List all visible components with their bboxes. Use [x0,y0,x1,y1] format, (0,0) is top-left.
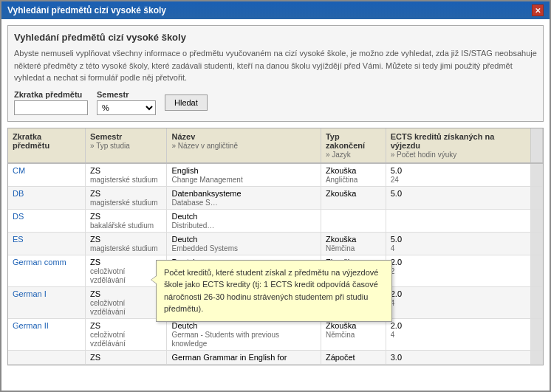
col-header-zkratka: Zkratka předmětu [8,128,85,163]
cell-zkratka[interactable]: German comm [8,255,85,286]
zkratka-link[interactable]: DS [13,212,24,221]
cell-ects: 5.04 [386,232,530,255]
cell-semestr: ZSbakalářské studium [85,209,167,232]
cell-nazev: DeutchEmbedded Systems [167,232,321,255]
scrollbar-cell [531,255,543,286]
cell-typ-zakonceni: ZkouškaAngličtina [321,163,386,187]
ects-value: 5.0 [391,189,402,198]
ects-value: 5.0 [391,235,402,244]
semestr-value: ZS [90,189,100,198]
jazyk-value: Angličtina [326,176,357,184]
window-title: Vyhledání předmětů cizí vysoké školy [7,5,166,16]
semestr-value: ZS [90,289,100,298]
ects-tooltip: Počet kreditů, které student získal z př… [156,260,392,322]
search-panel: Vyhledání předmětů cizí vysoké školy Aby… [7,25,544,122]
semestr-value: ZS [90,212,100,221]
scrollbar-cell [531,209,543,232]
typ-studia: magisterské studium [90,199,158,207]
scrollbar-header [531,128,543,163]
hodiny-value: 4 [391,244,395,252]
typ-studia: celoživotní vzdělávání [90,331,126,348]
ects-value: 5.0 [391,166,402,175]
cell-zkratka [8,350,85,364]
table-row: ZSGerman Grammar in English forZápočet3.… [8,350,543,364]
zkratka-link[interactable]: German I [13,289,47,298]
close-button[interactable]: ✕ [532,4,544,16]
ects-value: 3.0 [391,353,402,362]
semester-select[interactable]: % ZS LS [97,100,156,115]
typ-studia: magisterské studium [90,244,158,252]
cell-ects: 5.024 [386,163,530,187]
ects-value: 2.0 [391,321,402,330]
semestr-value: ZS [90,235,100,244]
zkratka-group: Zkratka předmětu [14,90,88,115]
typ-studia: celoživotní vzdělávání [90,267,126,284]
cell-typ-zakonceni: Zkouška [321,186,386,209]
cell-typ-zakonceni [321,209,386,232]
nazev-value: Deutch [171,235,197,244]
panel-description: Abyste nemuseli vyplňovat všechny inform… [14,47,537,84]
typ-zakonceni-value: Zkouška [326,166,357,175]
panel-title: Vyhledání předmětů cizí vysoké školy [14,32,537,43]
ects-value: 2.0 [391,258,402,267]
nazev-value: Deutch [171,321,197,330]
nazev-en: Database S… [171,199,217,207]
nazev-value: Deutch [171,212,197,221]
jazyk-value: Němčina [326,244,355,252]
nazev-value: Datenbanksysteme [171,189,241,198]
zkratka-link[interactable]: German comm [13,258,66,267]
cell-semestr: ZSceloživotní vzdělávání [85,318,167,350]
cell-typ-zakonceni: ZkouškaNěmčina [321,232,386,255]
nazev-en: Distributed… [171,221,214,230]
ects-value: 2.0 [391,289,402,298]
hodiny-value: 4 [391,331,395,339]
col-header-ects: ECTS kreditů získaných na výjezdu » Poče… [386,128,530,163]
zkratka-input[interactable] [14,100,88,115]
cell-zkratka[interactable]: DS [8,209,85,232]
scrollbar-cell [531,232,543,255]
results-table: Zkratka předmětu Semestr » Typ studia Ná… [8,128,543,365]
zkratka-link[interactable]: DB [13,189,24,198]
table-row: DBZSmagisterské studiumDatenbanksystemeD… [8,186,543,209]
semestr-value: ZS [90,258,100,267]
semestr-value: ZS [90,353,100,362]
cell-zkratka[interactable]: German II [8,318,85,350]
typ-studia: celoživotní vzdělávání [90,299,126,316]
tooltip-arrow-inner [151,276,157,283]
cell-zkratka[interactable]: DB [8,186,85,209]
jazyk-value: Němčina [326,331,355,339]
scrollbar-cell [531,286,543,318]
cell-semestr: ZSceloživotní vzdělávání [85,286,167,318]
nazev-en: Change Management [171,176,242,184]
col-header-nazev: Název » Název v angličtině [167,128,321,163]
cell-nazev: DeutchGerman - Students with previous kn… [167,318,321,350]
cell-zkratka[interactable]: CM [8,163,85,187]
typ-studia: bakalářské studium [90,221,154,230]
scrollbar-cell [531,318,543,350]
semestr-value: ZS [90,166,100,175]
search-button[interactable]: Hledat [165,94,208,111]
cell-zkratka[interactable]: ES [8,232,85,255]
semestr-group: Semestr % ZS LS [97,90,156,115]
cell-ects: 3.0 [386,350,530,364]
scrollbar-cell [531,350,543,364]
typ-zakonceni-value: Zkouška [326,189,357,198]
title-bar: Vyhledání předmětů cizí vysoké školy ✕ [1,1,550,19]
cell-nazev: German Grammar in English for [167,350,321,364]
cell-nazev: DeutchDistributed… [167,209,321,232]
search-row: Zkratka předmětu Semestr % ZS LS Hledat [14,90,537,115]
cell-nazev: EnglishChange Management [167,163,321,187]
cell-semestr: ZSmagisterské studium [85,163,167,187]
zkratka-link[interactable]: ES [13,235,24,244]
zkratka-link[interactable]: CM [13,166,25,175]
scrollbar-cell [531,186,543,209]
typ-zakonceni-value: Zkouška [326,321,357,330]
table-row: DSZSbakalářské studiumDeutchDistributed… [8,209,543,232]
table-header-row: Zkratka předmětu Semestr » Typ studia Ná… [8,128,543,163]
cell-zkratka[interactable]: German I [8,286,85,318]
tooltip-text: Počet kreditů, které student získal z př… [164,268,378,314]
zkratka-label: Zkratka předmětu [14,90,88,99]
cell-semestr: ZS [85,350,167,364]
semestr-value: ZS [90,321,100,330]
zkratka-link[interactable]: German II [13,321,49,330]
